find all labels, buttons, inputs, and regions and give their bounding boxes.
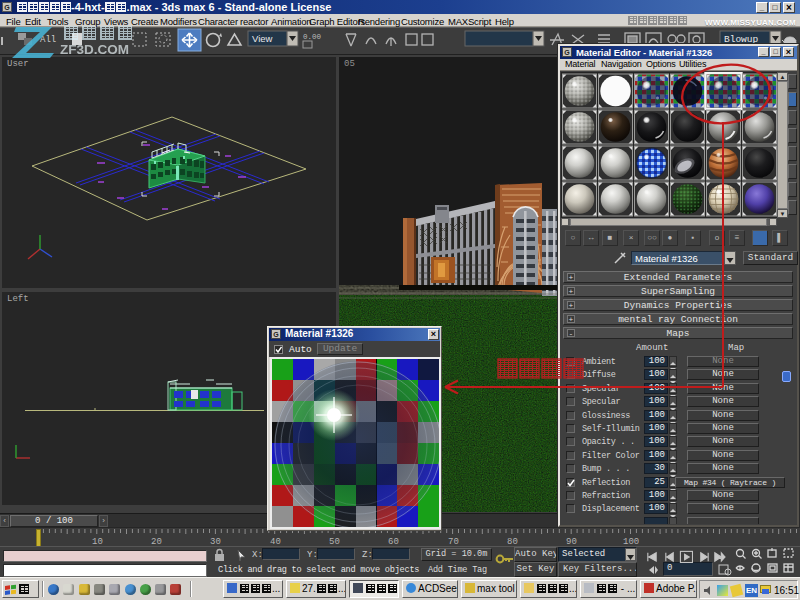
svg-text:ZF3D.COM: ZF3D.COM <box>60 42 129 57</box>
